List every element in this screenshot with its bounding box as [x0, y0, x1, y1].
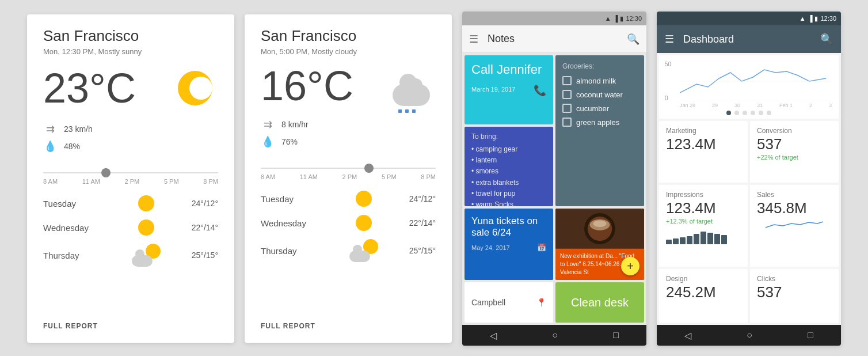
impressions-bars — [666, 227, 741, 244]
campbell-text: Campbell — [471, 298, 505, 307]
notes-app-title: Notes — [488, 33, 618, 45]
conversion-label: Conversion — [757, 127, 832, 135]
semi-cloud-icon — [132, 244, 161, 267]
weather-date-1: Mon, 12:30 PM, Mostly sunny — [43, 47, 218, 56]
humidity-stat-2: 💧 76% — [261, 135, 436, 148]
yuna-title: Yuna tickets on sale 6/24 — [471, 215, 546, 238]
cleandesk-text: Clean desk — [571, 296, 629, 309]
chart-dot-1[interactable] — [726, 111, 731, 115]
dash-toolbar: ☰ Dashboard 🔍 — [657, 25, 841, 53]
humidity-value: 48% — [64, 142, 80, 151]
forecast-thursday-1: Thursday 25°/15° — [43, 244, 218, 267]
grocery-item-4: green apples — [562, 118, 637, 127]
note-groceries[interactable]: Groceries: almond milk coconut water cuc… — [555, 55, 644, 206]
metric-sales: Sales 345.8M — [750, 185, 839, 266]
conversion-change: +22% of target — [757, 154, 832, 161]
menu-icon[interactable]: ☰ — [469, 33, 478, 46]
checkbox-4[interactable] — [562, 118, 572, 127]
slider-track — [43, 172, 218, 173]
battery-icon: ▮ — [620, 15, 623, 22]
forecast-list-2: Tuesday 24°/12° Wednesday 22°/14° Thursd… — [261, 191, 436, 310]
jennifer-date: March 19, 2017 — [471, 86, 515, 93]
dash-wifi-icon: ▲ — [800, 15, 806, 22]
dash-status-time: 12:30 — [820, 15, 836, 22]
chart-line-area — [680, 61, 832, 101]
sales-label: Sales — [757, 191, 832, 199]
note-coffee[interactable]: New exhibition at Da... "Food to Love" 6… — [555, 209, 644, 280]
metric-clicks: Clicks 537 — [750, 269, 839, 323]
home-icon[interactable]: ○ — [552, 330, 558, 340]
weather-temp-1: 23°C — [43, 67, 136, 109]
note-cleandesk[interactable]: Clean desk — [555, 282, 644, 323]
grocery-item-2: coconut water — [562, 90, 637, 99]
wind-icon-2: ⇉ — [261, 118, 275, 131]
weather-stats-2: ⇉ 8 km/hr 💧 76% — [261, 118, 436, 148]
dash-back-icon[interactable]: ◁ — [684, 330, 691, 341]
time-slider-2[interactable]: 8 AM 11 AM 2 PM 5 PM 8 PM — [261, 163, 436, 180]
conversion-value: 537 — [757, 136, 832, 153]
sun-icon-tuesday — [138, 195, 154, 211]
note-campbell[interactable]: Campbell 📍 — [465, 282, 553, 323]
cloudy-icon — [384, 66, 436, 106]
phone-icon: 📞 — [534, 84, 546, 97]
sun-icon-wednesday — [138, 219, 154, 236]
forecast-list-1: Tuesday 24°/12° Wednesday 22°/14° Thursd… — [43, 195, 218, 310]
marketing-value: 123.4M — [666, 136, 741, 153]
forecast-tuesday-2: Tuesday 24°/12° — [261, 191, 436, 207]
clicks-label: Clicks — [757, 275, 832, 283]
recents-icon[interactable]: □ — [613, 330, 619, 340]
weather-city-2: San Francisco — [261, 27, 436, 45]
weather-card-1: San Francisco Mon, 12:30 PM, Mostly sunn… — [27, 14, 234, 343]
dash-chart: 50 0 Jan 28 29 30 31 Feb 1 2 3 — [659, 55, 839, 119]
humidity-icon: 💧 — [43, 140, 57, 153]
slider-track-2 — [261, 168, 436, 169]
dash-menu-icon[interactable]: ☰ — [665, 33, 674, 46]
slider-thumb — [101, 168, 111, 177]
back-icon[interactable]: ◁ — [490, 330, 497, 341]
chart-dot-6[interactable] — [767, 111, 771, 115]
chart-dot-5[interactable] — [759, 111, 763, 115]
dash-recents-icon[interactable]: □ — [808, 330, 813, 340]
weather-temp-2: 16°C — [261, 65, 353, 107]
forecast-tuesday-1: Tuesday 24°/12° — [43, 195, 218, 211]
chart-y-axis: 50 0 — [665, 61, 671, 101]
slider-thumb-2 — [364, 164, 374, 173]
weather-city-1: San Francisco — [43, 27, 218, 45]
time-slider[interactable]: 8 AM 11 AM 2 PM 5 PM 8 PM — [43, 168, 218, 185]
chart-dot-3[interactable] — [743, 111, 747, 115]
groceries-label: Groceries: — [562, 62, 637, 70]
checkbox-2[interactable] — [562, 90, 572, 99]
checkbox-1[interactable] — [562, 76, 572, 85]
time-labels: 8 AM 11 AM 2 PM 5 PM 8 PM — [43, 178, 218, 185]
humidity-icon-2: 💧 — [261, 135, 275, 148]
chart-x-axis: Jan 28 29 30 31 Feb 1 2 3 — [680, 103, 832, 108]
impressions-change: +12.3% of target — [666, 218, 741, 225]
chart-dot-2[interactable] — [734, 111, 739, 115]
checkbox-3[interactable] — [562, 104, 572, 113]
fab-button[interactable]: + — [621, 257, 639, 275]
grocery-item-1: almond milk — [562, 76, 637, 85]
notes-app: ▲ ▐ ▮ 12:30 ☰ Notes 🔍 Call Jennifer Marc… — [462, 12, 646, 346]
forecast-wednesday-1: Wednesday 22°/14° — [43, 219, 218, 236]
weather-card-2: San Francisco Mon, 5:00 PM, Mostly cloud… — [245, 14, 452, 343]
signal-icon: ▐ — [614, 15, 618, 22]
search-icon[interactable]: 🔍 — [627, 33, 639, 46]
note-jennifer[interactable]: Call Jennifer March 19, 2017 📞 — [465, 55, 553, 124]
clicks-value: 537 — [757, 284, 832, 301]
notes-toolbar: ☰ Notes 🔍 — [462, 25, 646, 53]
note-tobring[interactable]: To bring: • camping gear • lantern • smo… — [465, 127, 553, 206]
full-report-2[interactable]: FULL REPORT — [261, 322, 436, 330]
forecast-thursday-2: Thursday 25°/15° — [261, 239, 436, 262]
dash-nav-bar: ◁ ○ □ — [657, 325, 841, 346]
chart-dot-4[interactable] — [751, 111, 755, 115]
weather-main-2: 16°C — [261, 65, 436, 107]
note-yuna[interactable]: Yuna tickets on sale 6/24 May 24, 2017 📅 — [465, 209, 553, 280]
full-report-1[interactable]: FULL REPORT — [43, 322, 218, 330]
sun-icon-tue2 — [356, 191, 372, 207]
impressions-value: 123.4M — [666, 200, 741, 217]
metric-design: Design 245.2M — [659, 269, 748, 323]
semi-cloud-icon-2 — [349, 239, 378, 262]
wind-icon: ⇉ — [43, 123, 57, 135]
dash-search-icon[interactable]: 🔍 — [820, 33, 833, 46]
dash-home-icon[interactable]: ○ — [747, 330, 752, 340]
